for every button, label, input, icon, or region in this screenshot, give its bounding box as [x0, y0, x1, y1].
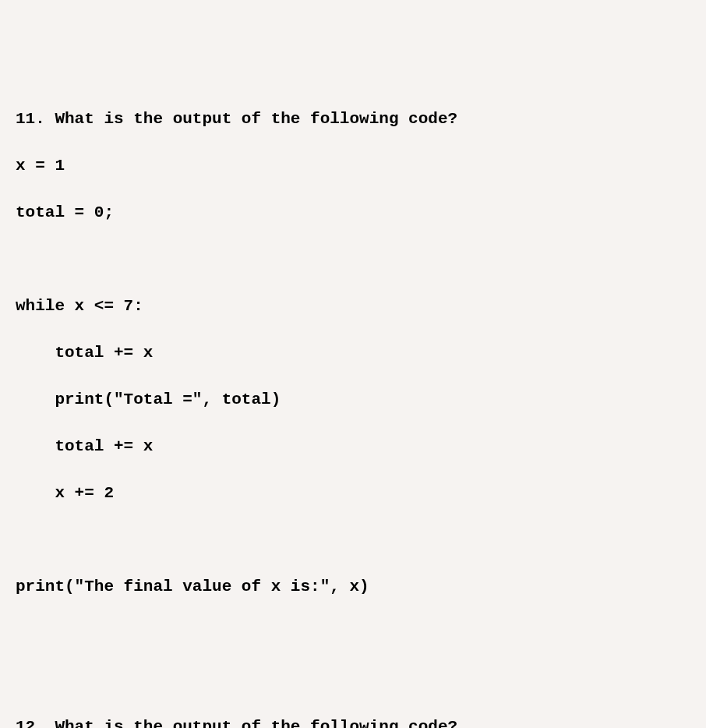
- code-line: [16, 528, 690, 552]
- code-line: total += x: [16, 435, 690, 458]
- code-line: print("Total =", total): [16, 388, 690, 412]
- code-line: x = 1: [16, 154, 690, 178]
- code-line: print("The final value of x is:", x): [16, 575, 690, 599]
- code-line: [16, 622, 690, 645]
- code-line: total = 0;: [16, 201, 690, 224]
- code-line: [16, 669, 690, 692]
- code-line: while x <= 7:: [16, 295, 690, 318]
- code-line: total += x: [16, 341, 690, 365]
- code-line: [16, 248, 690, 271]
- code-line: x += 2: [16, 482, 690, 505]
- code-line: 12. What is the output of the following …: [16, 716, 690, 728]
- code-line: 11. What is the output of the following …: [16, 108, 690, 131]
